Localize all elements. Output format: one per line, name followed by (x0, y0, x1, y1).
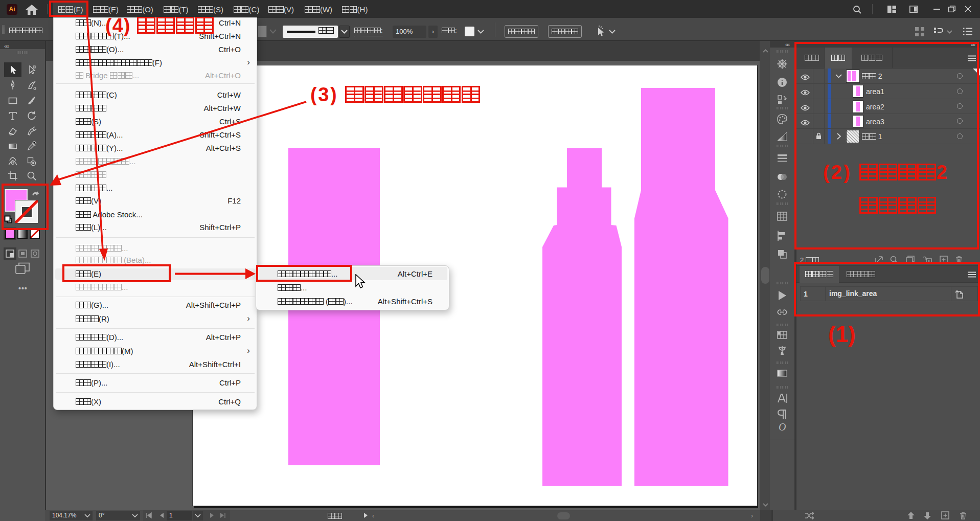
svg-text:O: O (779, 422, 786, 433)
